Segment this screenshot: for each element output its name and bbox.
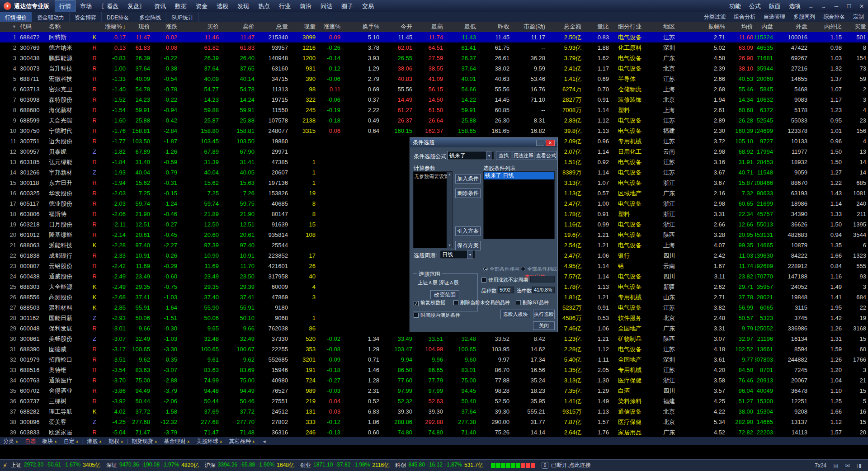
monitor-icon[interactable]: ▤: [833, 462, 838, 469]
menu-item-市场[interactable]: 市场: [75, 0, 96, 12]
column-header-speed_pct[interactable]: 涨速%: [317, 22, 342, 32]
index-科创[interactable]: 科创845.80-16.12-1.87%531.7亿: [395, 462, 483, 469]
toolbar-tab-资金博弈[interactable]: 资金博弈: [70, 12, 102, 22]
toolbar-link-综合排名[interactable]: 综合排名: [819, 11, 849, 23]
dialog-minimize-icon[interactable]: ─: [536, 140, 544, 146]
table-row[interactable]: 4300073当升科技R-1.0037.64-0.3837.6437.65631…: [0, 63, 868, 74]
column-header-io_ratio[interactable]: 内外比: [809, 22, 844, 32]
bottom-tab-期货现货[interactable]: 期货现货▲: [128, 438, 161, 445]
bottom-tab-分类[interactable]: 分类▲: [0, 438, 22, 445]
column-header-bid_vol[interactable]: 买量: [844, 22, 868, 32]
panel-icon[interactable]: ◨: [857, 462, 862, 469]
table-row[interactable]: 3300438鹏辉能源R-0.8326.39-0.2226.3926.40140…: [0, 53, 868, 63]
toolbar-tab-SUP统计[interactable]: SUP统计: [166, 12, 199, 22]
toolbar-tab-资金驱动力[interactable]: 资金驱动力: [32, 12, 70, 22]
connection-status-text[interactable]: 已断开,点此连接: [551, 462, 590, 469]
menu-item-交易[interactable]: 交易: [358, 0, 378, 12]
menu-item-复盘〗[interactable]: 复盘〗: [123, 0, 150, 12]
checkbox-time-range[interactable]: 时间段内满足条件: [414, 312, 460, 319]
toolbar-tab-DDE排名[interactable]: DDE排名: [102, 12, 134, 22]
column-header-cur_volume[interactable]: 现量: [290, 22, 317, 32]
column-header-row_index[interactable]: ▼: [0, 22, 18, 32]
column-header-ask[interactable]: 卖价: [221, 22, 256, 32]
scroll-up-icon[interactable]: ▲: [447, 173, 452, 176]
toolbar-link-组合分析[interactable]: 组合分析: [730, 11, 760, 23]
table-row[interactable]: 32001979招商蛇口R-3.519.62-0.359.619.6255268…: [0, 354, 868, 365]
period-combobox[interactable]: 日线 ▼: [440, 250, 475, 259]
change-range-button[interactable]: 改变范围: [430, 290, 459, 299]
window-maximize-button[interactable]: ☐: [843, 3, 855, 9]
column-header-change[interactable]: 涨跌: [152, 22, 179, 32]
formula-combobox[interactable]: 钱来了 ▼: [447, 151, 494, 160]
table-row[interactable]: 6603713密尔克卫R-1.4054.78-0.7854.7754.78113…: [0, 84, 868, 94]
menu-item-版面[interactable]: 版面: [765, 0, 785, 12]
toolbar-link-多股同列[interactable]: 多股同列: [789, 11, 819, 23]
bottom-tab-美股环球[interactable]: 美股环球▲: [193, 438, 226, 445]
table-row[interactable]: 30300861美畅股份Z-3.0732.49-1.0332.4832.4937…: [0, 334, 868, 344]
toolbar-tab-多空阵线[interactable]: 多空阵线: [134, 12, 166, 22]
bottom-tab-板块[interactable]: 板块▲: [39, 438, 61, 445]
index-沪深[interactable]: 沪深3394.26-65.88-1.90%1648亿: [205, 462, 294, 469]
unfixed-period-field[interactable]: [530, 276, 555, 283]
table-row[interactable]: 38300896爱美客Z-4.25277.68-12.32277.68277.7…: [0, 417, 868, 427]
table-row[interactable]: 36603737三棵树R-3.9250.44-2.0650.4450.46275…: [0, 396, 868, 406]
table-row[interactable]: 9688599天合光能R-1.6025.88-0.4225.8725.88107…: [0, 115, 868, 126]
bottom-tab-自定[interactable]: 自定▲: [61, 438, 82, 445]
chevron-down-icon[interactable]: ▼: [467, 250, 473, 259]
column-header-change_pct[interactable]: 涨幅%↓: [100, 22, 127, 32]
menu-item-前沿[interactable]: 前沿: [295, 0, 316, 12]
column-header-volume[interactable]: 总量: [256, 22, 290, 32]
chevron-down-icon[interactable]: ▼: [486, 151, 492, 160]
dialog-titlebar[interactable]: 条件选股 ─ ✕: [410, 138, 557, 147]
menu-item-行业[interactable]: 行业: [274, 0, 295, 12]
tabs-back-icon[interactable]: ◄: [259, 439, 270, 444]
column-header-bid[interactable]: 买价: [179, 22, 221, 32]
column-header-volume_ratio[interactable]: 量比: [583, 22, 611, 32]
radio-all-conditions-or[interactable]: 全部条件相或: [521, 266, 557, 273]
dialog-close-icon[interactable]: ✕: [546, 140, 555, 146]
table-row[interactable]: 37688282理工导航K-4.0237.72-1.5837.6937.7224…: [0, 406, 868, 417]
table-row[interactable]: 39603833欧派家居R-5.0471.47-3.7971.4771.4836…: [0, 427, 868, 438]
message-icon[interactable]: ✉: [845, 462, 850, 469]
table-row[interactable]: 33688516奥特维R-3.5483.63-3.0783.6383.69159…: [0, 365, 868, 375]
index-上证[interactable]: 上证2972.30-50.61-1.67%3405亿: [11, 462, 100, 469]
execute-pick-button[interactable]: 执行选股: [533, 310, 555, 319]
column-header-price[interactable]: 现价: [127, 22, 152, 32]
toolbar-tab-行情报价[interactable]: 行情报价: [0, 12, 32, 22]
remove-condition-button[interactable]: 删除条件: [455, 188, 481, 198]
nav-back-icon[interactable]: ←: [805, 3, 817, 9]
column-header-avg_price[interactable]: 均价: [727, 22, 755, 32]
menu-item-行情[interactable]: 行情: [55, 0, 75, 12]
scroll-down-icon[interactable]: ▼: [447, 244, 452, 247]
bottom-tab-其它品种[interactable]: 其它品种▲: [226, 438, 259, 445]
menu-item-〖看盘[interactable]: 〖看盘: [96, 0, 123, 12]
params-scrollbar[interactable]: ▲ ▼: [447, 172, 452, 248]
index-创业[interactable]: 创业1871.10-37.82-1.98%2116亿: [300, 462, 389, 469]
column-header-turnover_pct[interactable]: 换手%: [342, 22, 381, 32]
column-header-code[interactable]: 代码: [18, 22, 47, 32]
menu-item-数据[interactable]: 数据: [170, 0, 191, 12]
column-header-outer_vol[interactable]: 外盘: [775, 22, 809, 32]
column-header-name[interactable]: 名称: [47, 22, 89, 32]
menu-item-发现[interactable]: 发现: [233, 0, 254, 12]
bottom-tab-期权[interactable]: 期权▲: [105, 438, 127, 445]
column-header-open[interactable]: 今开: [381, 22, 414, 32]
column-header-industry[interactable]: 细分行业: [611, 22, 658, 32]
import-plan-button[interactable]: 引入方案: [455, 226, 481, 236]
toolbar-link-定制[interactable]: 定制: [849, 11, 868, 23]
menu-item-圈子[interactable]: 圈子: [337, 0, 358, 12]
column-header-inner_vol[interactable]: 内盘: [755, 22, 775, 32]
table-row[interactable]: 2300769德方纳米R0.1361.830.0861.8261.8393957…: [0, 42, 868, 53]
radio-all-conditions-and[interactable]: 全部条件相与: [483, 266, 519, 273]
table-row[interactable]: 34600763通策医疗R-3.7075.00-2.8874.9975.0040…: [0, 375, 868, 386]
pick-into-block-button[interactable]: 选股入板块: [500, 310, 530, 319]
view-formula-button[interactable]: 查看公式: [536, 151, 557, 160]
bottom-tab-港股[interactable]: 港股▲: [84, 438, 105, 445]
table-row[interactable]: 5688711宏微科技R-1.3340.09-0.5440.0940.14347…: [0, 74, 868, 84]
column-header-marker[interactable]: [89, 22, 100, 32]
table-row[interactable]: 10300750宁德时代R-1.76158.81-2.84158.80158.8…: [0, 126, 868, 136]
menu-item-功能[interactable]: 功能: [725, 0, 745, 12]
checkbox-unfixed-period[interactable]: 使用涨跌不定周期: [481, 277, 528, 283]
window-minimize-button[interactable]: ─: [830, 3, 843, 9]
column-header-pe_dynamic[interactable]: 市盈(动): [511, 22, 547, 32]
